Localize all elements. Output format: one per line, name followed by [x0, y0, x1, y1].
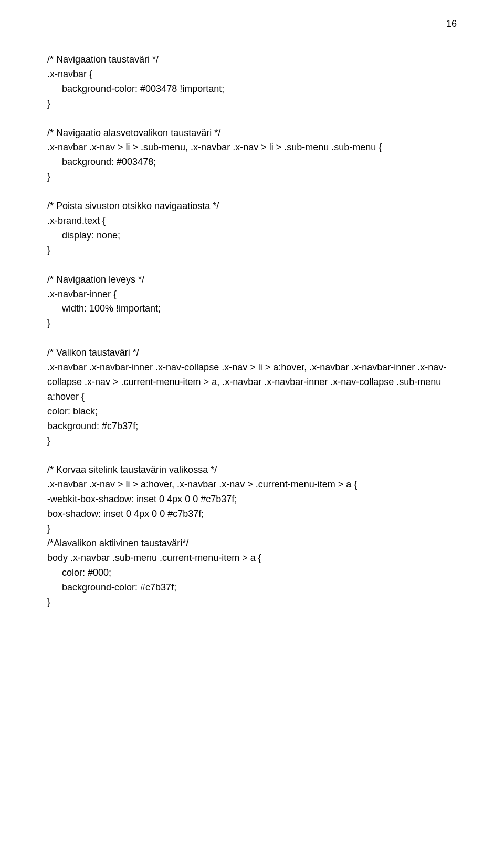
code-line: } — [47, 316, 457, 331]
code-line: } — [47, 97, 457, 111]
code-line: } — [47, 522, 457, 536]
code-line: display: none; — [47, 229, 457, 243]
code-line: -webkit-box-shadow: inset 0 4px 0 0 #c7b… — [47, 492, 457, 507]
code-content: /* Navigaation taustaväri */.x-navbar {b… — [47, 53, 457, 609]
code-line: .x-navbar-inner { — [47, 287, 457, 302]
code-line: width: 100% !important; — [47, 302, 457, 316]
code-line: /* Navigaation taustaväri */ — [47, 53, 457, 67]
code-block: /* Navigaation taustaväri */.x-navbar {b… — [47, 53, 457, 111]
code-line: /* Navigaatio alasvetovalikon taustaväri… — [47, 126, 457, 141]
code-line: } — [47, 434, 457, 449]
code-line: background: #003478; — [47, 155, 457, 170]
page-number: 16 — [446, 17, 457, 32]
code-block: /* Navigaatio alasvetovalikon taustaväri… — [47, 126, 457, 185]
code-line: .x-navbar .x-navbar-inner .x-nav-collaps… — [47, 360, 457, 404]
code-line: body .x-navbar .sub-menu .current-menu-i… — [47, 551, 457, 566]
code-line: background: #c7b37f; — [47, 419, 457, 434]
code-line: /* Navigaation leveys */ — [47, 273, 457, 287]
code-line: /* Korvaa sitelink taustavärin valikossa… — [47, 463, 457, 477]
code-line: .x-navbar .x-nav > li > a:hover, .x-navb… — [47, 477, 457, 492]
code-line: .x-navbar { — [47, 67, 457, 82]
code-line: } — [47, 243, 457, 258]
code-line: /*Alavalikon aktiivinen taustaväri*/ — [47, 536, 457, 551]
code-line: .x-brand.text { — [47, 214, 457, 229]
code-line: } — [47, 595, 457, 610]
code-line: .x-navbar .x-nav > li > .sub-menu, .x-na… — [47, 140, 457, 155]
code-line: } — [47, 170, 457, 184]
code-block: /* Navigaation leveys */.x-navbar-inner … — [47, 273, 457, 331]
code-line: /* Poista sivuston otsikko navigaatiosta… — [47, 199, 457, 214]
code-line: background-color: #003478 !important; — [47, 82, 457, 97]
code-block: /* Valikon taustaväri */.x-navbar .x-nav… — [47, 346, 457, 448]
code-line: box-shadow: inset 0 4px 0 0 #c7b37f; — [47, 507, 457, 522]
code-block: /* Poista sivuston otsikko navigaatiosta… — [47, 199, 457, 258]
code-line: color: #000; — [47, 566, 457, 580]
code-line: /* Valikon taustaväri */ — [47, 346, 457, 360]
code-block: /* Korvaa sitelink taustavärin valikossa… — [47, 463, 457, 609]
code-line: background-color: #c7b37f; — [47, 580, 457, 595]
code-line: color: black; — [47, 404, 457, 419]
